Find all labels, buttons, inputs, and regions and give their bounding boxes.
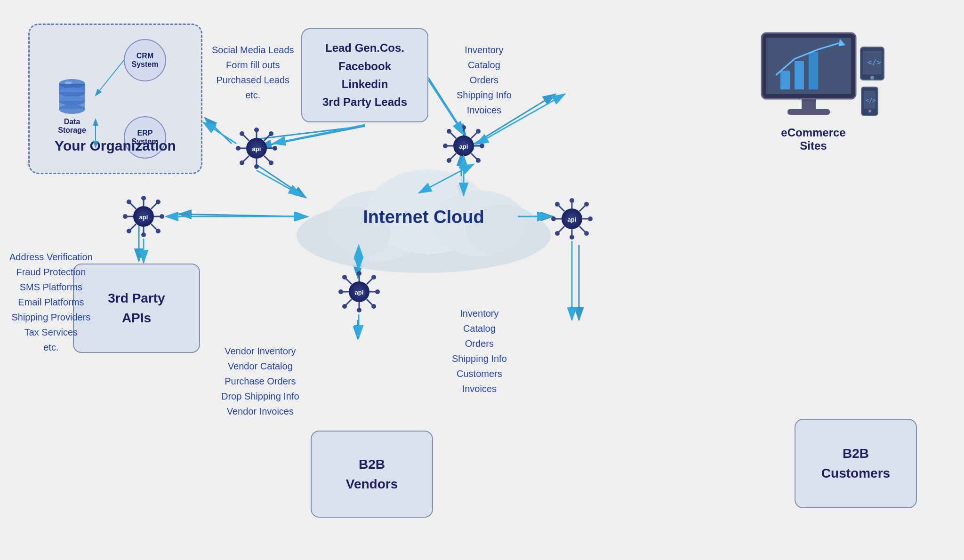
svg-point-39: [254, 164, 259, 169]
svg-point-47: [269, 131, 273, 136]
svg-text:api: api: [459, 143, 468, 150]
svg-line-68: [471, 153, 477, 159]
svg-point-63: [447, 129, 451, 134]
diagram-container: CRMSystem ERPSystem DataStorage Your Org: [0, 0, 964, 560]
flow-label-top-right: InventoryCatalogOrdersShipping InfoInvoi…: [457, 42, 512, 118]
cloud-label: Internet Cloud: [344, 207, 504, 227]
svg-point-83: [156, 200, 161, 204]
svg-line-116: [559, 206, 564, 211]
svg-line-118: [579, 206, 585, 211]
svg-line-50: [264, 156, 270, 161]
flow-label-bottom-center: Vendor InventoryVendor CatalogPurchase O…: [221, 344, 299, 419]
api-node-right-middle: api: [551, 198, 593, 240]
svg-point-81: [127, 200, 131, 204]
svg-point-115: [588, 216, 593, 221]
svg-point-99: [342, 275, 347, 280]
svg-point-95: [338, 289, 343, 294]
svg-line-80: [130, 203, 136, 209]
b2bcustomers-label: B2BCustomers: [821, 444, 890, 483]
svg-line-84: [130, 224, 136, 230]
svg-point-121: [555, 231, 560, 236]
svg-line-100: [367, 279, 372, 284]
org-internal-arrows: [30, 25, 201, 173]
svg-point-51: [269, 160, 273, 165]
svg-point-45: [240, 131, 244, 136]
svg-line-86: [151, 224, 157, 230]
flow-label-bottom-right: InventoryCatalogOrdersShipping InfoCusto…: [452, 306, 507, 396]
svg-point-79: [160, 214, 164, 219]
svg-line-104: [367, 299, 372, 305]
svg-point-119: [584, 202, 589, 207]
api-node-top-right: api: [442, 125, 485, 167]
svg-line-25: [96, 60, 124, 96]
svg-point-41: [236, 146, 241, 151]
flow-label-left-middle: Address VerificationFraud ProtectionSMS …: [9, 249, 93, 355]
svg-line-46: [264, 135, 270, 141]
svg-point-109: [570, 198, 574, 203]
svg-rect-126: [780, 71, 790, 89]
thirdparty-label: 3rd PartyAPIs: [108, 288, 165, 328]
leadgen-box: Lead Gen.Cos.FacebookLinkedin3rd Party L…: [301, 28, 428, 122]
svg-text:</>: </>: [866, 97, 876, 104]
svg-line-64: [471, 133, 477, 138]
svg-text:api: api: [252, 145, 261, 152]
svg-line-62: [450, 133, 456, 138]
svg-point-111: [570, 235, 574, 240]
svg-point-61: [480, 144, 484, 148]
svg-point-57: [461, 162, 466, 167]
svg-point-85: [127, 229, 131, 233]
svg-line-82: [151, 203, 157, 209]
svg-point-138: [868, 110, 871, 112]
svg-rect-128: [809, 52, 818, 89]
svg-point-65: [476, 129, 481, 134]
leadgen-label: Lead Gen.Cos.FacebookLinkedin3rd Party L…: [322, 39, 407, 112]
monitor-svg: </> </>: [747, 28, 889, 132]
svg-point-49: [240, 160, 244, 165]
svg-line-98: [346, 279, 352, 284]
svg-line-48: [243, 156, 249, 161]
svg-point-117: [555, 202, 560, 207]
svg-point-103: [342, 304, 347, 309]
api-node-bottom-center: api: [338, 271, 380, 313]
svg-point-123: [584, 231, 589, 236]
svg-line-122: [579, 226, 585, 232]
svg-line-143: [203, 122, 236, 144]
svg-point-67: [447, 158, 451, 163]
svg-point-134: [870, 76, 874, 80]
b2bvendors-label: B2BVendors: [346, 455, 398, 494]
svg-line-10: [179, 214, 297, 216]
svg-text:api: api: [139, 214, 148, 221]
ecommerce-label: eCommerceSites: [771, 126, 856, 152]
svg-point-55: [461, 125, 466, 130]
ecommerce-monitor-area: </> </>: [747, 28, 870, 132]
svg-point-75: [141, 232, 146, 237]
svg-text:</>: </>: [868, 58, 881, 67]
svg-text:api: api: [355, 289, 364, 296]
svg-point-87: [156, 229, 161, 233]
svg-line-142: [273, 125, 365, 144]
api-node-left-middle: api: [122, 195, 165, 238]
svg-line-66: [450, 153, 456, 159]
svg-line-44: [243, 135, 249, 141]
api-node-top-center: api: [235, 127, 278, 169]
svg-point-113: [551, 216, 556, 221]
svg-rect-130: [802, 99, 816, 111]
svg-rect-131: [787, 109, 830, 115]
svg-point-69: [476, 158, 481, 163]
b2bvendors-box: B2BVendors: [311, 431, 433, 518]
svg-point-91: [357, 271, 362, 276]
svg-point-37: [254, 128, 259, 132]
flow-label-top-center: Social Media LeadsForm fill outsPurchase…: [212, 42, 294, 103]
svg-text:api: api: [568, 216, 577, 223]
svg-point-73: [141, 196, 146, 200]
svg-point-101: [371, 275, 376, 280]
svg-point-105: [371, 304, 376, 309]
svg-line-102: [346, 299, 352, 305]
svg-point-77: [123, 214, 128, 219]
svg-line-120: [559, 226, 564, 232]
svg-point-93: [357, 308, 362, 312]
cloud-shape: Internet Cloud: [282, 160, 518, 254]
svg-point-59: [443, 144, 448, 148]
svg-point-43: [273, 146, 277, 151]
org-box: CRMSystem ERPSystem DataStorage Your Org: [28, 24, 202, 174]
